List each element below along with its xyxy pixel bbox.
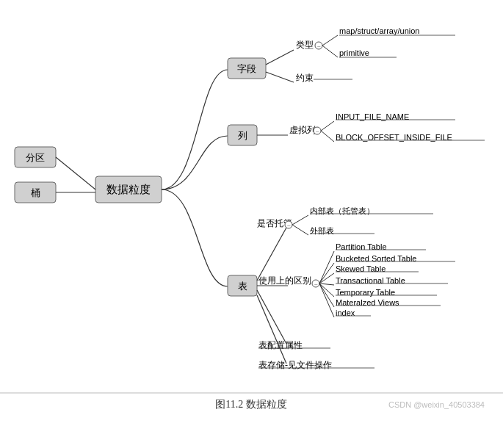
svg-text:−: − — [316, 43, 320, 50]
bucket-label: 桶 — [31, 187, 40, 198]
field-label: 字段 — [237, 63, 256, 74]
partition-label: 分区 — [26, 152, 45, 163]
table-label: 表 — [238, 281, 247, 292]
type-label: 类型 — [296, 40, 314, 50]
svg-text:−: − — [315, 128, 319, 135]
watermark: CSDN @weixin_40503384 — [388, 400, 485, 409]
diagram-container: 数据粒度 分区 桶 字段 类型 − map/struct/array/union — [0, 0, 503, 426]
virtual-col-label: 虚拟列 — [289, 125, 316, 135]
column-label: 列 — [238, 130, 247, 141]
usage-diff-label: 使用上的区别 — [258, 275, 311, 286]
table-storage-label: 表存储-见文件操作 — [258, 360, 332, 370]
type-value1: map/struct/array/union — [339, 26, 419, 35]
caption: 图11.2 数据粒度 — [215, 399, 286, 410]
constraint-label: 约束 — [296, 73, 314, 83]
svg-text:−: − — [286, 222, 290, 229]
center-node-label: 数据粒度 — [106, 184, 151, 195]
mind-map-svg: 数据粒度 分区 桶 字段 类型 − map/struct/array/union — [0, 0, 503, 426]
svg-text:−: − — [314, 281, 317, 288]
type-value2: primitive — [339, 48, 369, 57]
